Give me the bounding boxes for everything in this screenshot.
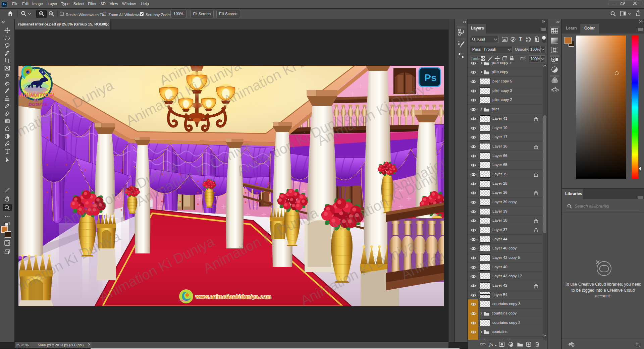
svg-text:DUNIYA: DUNIYA	[178, 299, 188, 302]
svg-text:ANIMATION: ANIMATION	[19, 92, 54, 99]
svg-text:www.animationkiduniya.com: www.animationkiduniya.com	[195, 294, 271, 300]
svg-text:DUNIYA: DUNIYA	[29, 102, 48, 107]
svg-text:Ps: Ps	[424, 72, 437, 83]
